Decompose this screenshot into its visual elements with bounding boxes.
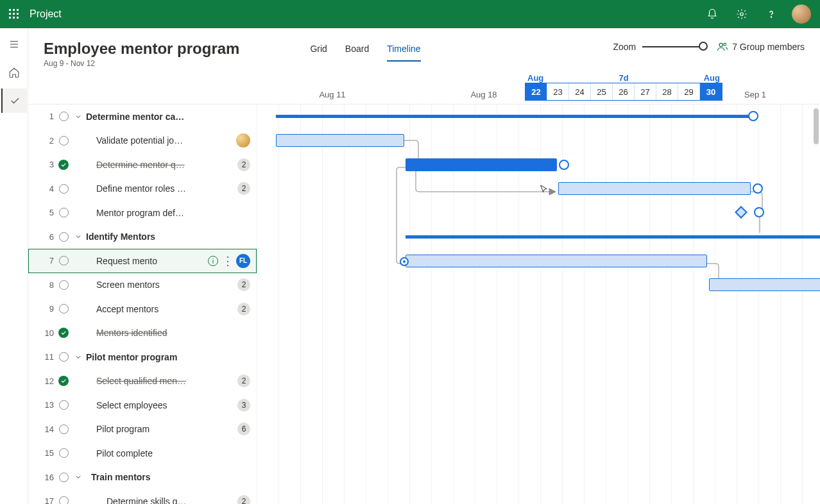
task-row[interactable]: 10Mentors identified [28,321,257,346]
status-toggle[interactable] [54,112,73,121]
gantt-bar[interactable] [276,134,404,147]
task-row[interactable]: 7Request mentoi⋮FL [28,249,257,273]
task-row[interactable]: 17Determine skills g…2 [28,489,257,504]
gantt-bar[interactable] [558,182,751,195]
status-toggle[interactable] [54,496,73,504]
svg-rect-7 [13,17,15,19]
zoom-control[interactable]: Zoom [613,42,704,52]
axis-day[interactable]: 25 [591,83,613,100]
task-row[interactable]: 15Pilot complete [28,441,257,466]
axis-sel-end: Aug [704,73,720,83]
tab-timeline[interactable]: Timeline [387,44,420,62]
gantt-bar[interactable] [709,278,820,291]
count-badge: 2 [237,158,250,171]
info-icon[interactable]: i [208,256,218,266]
help-icon[interactable] [762,5,780,23]
user-avatar[interactable] [792,4,811,24]
status-toggle[interactable] [54,400,73,410]
task-row[interactable]: 8Screen mentors2 [28,273,257,298]
count-badge: 2 [237,374,250,387]
axis-day[interactable]: 28 [656,83,678,100]
svg-point-9 [740,13,744,16]
gantt-bar[interactable] [754,207,764,217]
task-name: Define mentor roles … [83,183,234,194]
task-row[interactable]: 13Select employees3 [28,393,257,417]
task-name: Pilot mentor program [83,352,250,362]
axis-day[interactable]: 26 [613,83,635,100]
tab-grid[interactable]: Grid [310,44,327,62]
app-launcher-icon[interactable] [5,5,23,23]
task-row[interactable]: 3Determine mentor q…2 [28,153,257,177]
svg-rect-6 [9,17,11,19]
timeline-axis: Aug 11 Aug 18 Sep 1 Aug 7d Aug 222324252… [28,73,820,104]
count-badge: 2 [237,495,250,504]
status-toggle[interactable] [54,304,73,314]
status-toggle[interactable] [54,256,73,265]
task-row[interactable]: 4Define mentor roles …2 [28,177,257,201]
status-toggle[interactable] [54,136,73,146]
axis-day[interactable]: 29 [678,83,700,100]
row-number: 14 [40,424,54,434]
settings-icon[interactable] [733,5,751,23]
axis-day[interactable]: 24 [569,83,591,100]
axis-day[interactable]: 23 [547,83,569,100]
scrollbar-thumb[interactable] [814,108,819,144]
expand-toggle[interactable] [73,473,83,481]
gantt-bar[interactable] [276,115,752,118]
status-toggle[interactable] [54,376,73,386]
count-badge: 6 [237,423,250,435]
status-toggle[interactable] [54,448,73,458]
hamburger-icon[interactable] [1,32,27,56]
task-name: Pilot complete [83,448,250,458]
task-row[interactable]: 14Pilot program6 [28,417,257,442]
task-name: Determine mentor ca… [83,112,250,122]
row-number: 13 [40,400,54,410]
notifications-icon[interactable] [703,5,721,23]
axis-day[interactable]: 30 [700,83,722,100]
task-row[interactable]: 16Train mentors [28,466,257,490]
gantt-bar[interactable] [406,255,707,267]
milestone-icon[interactable] [735,206,747,219]
task-row[interactable]: 5Mentor program def… [28,201,257,225]
assignee-avatar[interactable] [236,133,250,147]
task-row[interactable]: 11Pilot mentor program [28,345,257,369]
axis-day[interactable]: 27 [635,83,656,100]
axis-tick: Aug 18 [470,90,497,99]
axis-selection[interactable]: Aug 7d Aug 222324252627282930 [525,73,722,101]
status-toggle[interactable] [54,328,73,338]
task-row[interactable]: 12Select qualified men…2 [28,369,257,394]
task-row[interactable]: 9Accept mentors2 [28,297,257,321]
status-toggle[interactable] [54,424,73,434]
task-row[interactable]: 1Determine mentor ca… [28,105,257,129]
status-toggle[interactable] [54,184,73,194]
status-toggle[interactable] [54,352,73,362]
status-toggle[interactable] [54,160,73,170]
tasks-icon[interactable] [1,88,27,113]
home-icon[interactable] [1,60,27,85]
expand-toggle[interactable] [73,353,83,361]
gantt-bar[interactable] [406,235,820,239]
status-toggle[interactable] [54,280,73,290]
svg-point-15 [724,43,726,46]
gantt-chart[interactable] [257,105,820,504]
assignee-avatar[interactable]: FL [236,254,250,268]
status-toggle[interactable] [54,473,73,482]
axis-day[interactable]: 22 [525,83,547,100]
task-name: Select qualified men… [83,376,234,386]
zoom-slider[interactable] [642,46,704,47]
gantt-bar[interactable] [406,158,557,171]
axis-sel-duration: 7d [619,73,628,83]
expand-toggle[interactable] [73,113,83,121]
task-name: Request mento [83,256,205,266]
expand-toggle[interactable] [73,233,83,240]
group-members-button[interactable]: 7 Group members [717,41,805,53]
task-row[interactable]: 2Validate potential jo… [28,129,257,153]
task-row[interactable]: 6Identify Mentors [28,225,257,249]
status-toggle[interactable] [54,232,73,242]
task-name: Train mentors [83,472,250,482]
task-name: Determine mentor q… [83,160,234,170]
status-toggle[interactable] [54,208,73,217]
tab-board[interactable]: Board [345,44,369,62]
row-number: 3 [40,160,54,169]
svg-rect-1 [13,9,15,11]
